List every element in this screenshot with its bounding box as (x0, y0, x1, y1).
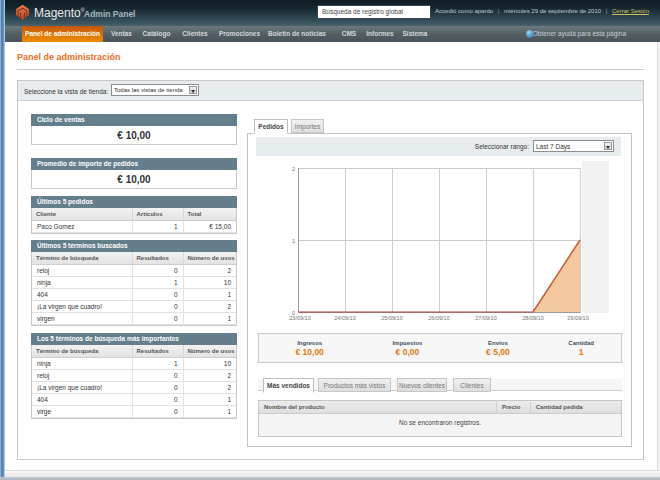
svg-text:29/09/10: 29/09/10 (567, 315, 588, 321)
svg-text:28/09/10: 28/09/10 (522, 315, 543, 321)
svg-text:1: 1 (292, 238, 295, 244)
svg-text:25/09/10: 25/09/10 (381, 315, 402, 321)
svg-text:26/09/10: 26/09/10 (428, 315, 449, 321)
svg-text:23/09/10: 23/09/10 (289, 315, 310, 321)
svg-text:27/09/10: 27/09/10 (475, 315, 496, 321)
svg-text:24/09/10: 24/09/10 (334, 315, 355, 321)
svg-text:2: 2 (292, 166, 295, 172)
